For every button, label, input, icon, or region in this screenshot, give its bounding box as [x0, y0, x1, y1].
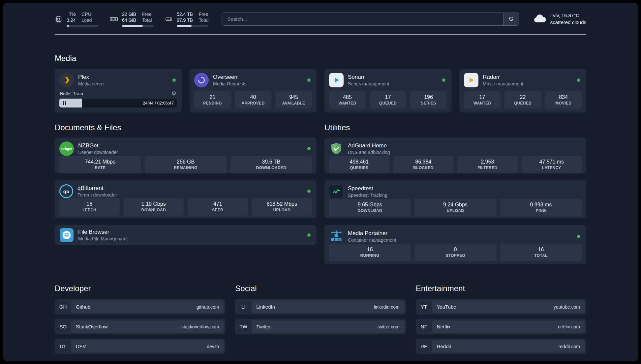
plex-icon — [59, 73, 74, 87]
bookmark-url: reddit.com — [559, 344, 580, 349]
app-card-nzbget[interactable]: nzbget NZBGet Usenet downloader 744.21 M… — [55, 137, 317, 173]
disk-free-value: 52.4 TB — [177, 11, 193, 17]
bookmark-dev[interactable]: DT DEV dev.to — [55, 339, 225, 354]
stat-available: 945 AVAILABLE — [275, 91, 312, 108]
bookmark-abbr: NF — [416, 324, 432, 329]
cpu-load-value: 3.24 — [67, 17, 76, 23]
bookmark-link[interactable]: Github github.com — [71, 301, 224, 313]
bookmark-link[interactable]: YouTube youtube.com — [432, 301, 585, 313]
status-dot — [307, 233, 311, 237]
bookmark-url: netflix.com — [558, 324, 580, 329]
cpu-load-label: Load — [81, 17, 92, 23]
bookmark-abbr: YT — [416, 304, 432, 310]
search-engine-button[interactable]: G — [503, 13, 519, 25]
bookmark-abbr: GH — [55, 304, 71, 310]
app-card-qbittorrent[interactable]: qb qBittorrent Torrent downloader 16 LEE… — [55, 180, 317, 218]
section-entertainment: Entertainment YT YouTube youtube.com NF … — [416, 284, 586, 354]
bookmark-name: Github — [76, 304, 90, 310]
weather-condition: scattered clouds — [550, 19, 586, 26]
stat-download: 1.19 Gbps DOWNLOAD — [124, 198, 184, 215]
bookmark-url: stackoverflow.com — [181, 324, 219, 329]
bookmark-stackoverflow[interactable]: SO StackOverflow stackoverflow.com — [55, 319, 225, 334]
ram-free-value: 22 GiB — [122, 11, 136, 17]
cpu-label: CPU — [81, 11, 91, 17]
app-card-sonarr[interactable]: Sonarr Series management 485 WANTED 17 Q… — [324, 69, 451, 112]
bookmark-link[interactable]: Twitter twitter.com — [252, 320, 404, 333]
stat-pending: 21 PENDING — [194, 91, 231, 108]
ram-total-value: 64 GiB — [122, 17, 136, 23]
ram-icon — [109, 15, 118, 23]
app-subtitle: Torrent downloader — [77, 192, 117, 198]
topbar-divider — [55, 34, 586, 35]
speedtest-icon — [329, 184, 344, 199]
status-dot — [577, 78, 580, 82]
bookmark-github[interactable]: GH Github github.com — [55, 299, 225, 315]
bookmark-link[interactable]: StackOverflow stackoverflow.com — [71, 320, 224, 333]
bookmark-link[interactable]: Netflix netflix.com — [432, 320, 585, 333]
section-utilities: Utilities AdGuard Home — [324, 123, 586, 264]
app-card-filebrowser[interactable]: File Browser Media File Management — [55, 225, 317, 245]
weather-widget: Lviv, 16.87°C scattered clouds — [533, 12, 586, 26]
stat-leech: 16 LEECH — [59, 198, 120, 215]
bookmark-reddit[interactable]: RE Reddit reddit.com — [416, 339, 586, 354]
app-card-adguard[interactable]: AdGuard Home DNS and adblocking 498,461 … — [324, 137, 586, 173]
stat-remaining: 266 GB REMAINING — [145, 156, 226, 173]
bookmark-netflix[interactable]: NF Netflix netflix.com — [416, 319, 586, 334]
app-name: Overseerr — [213, 74, 246, 81]
stat-stopped: 0 STOPPED — [414, 244, 496, 261]
filebrowser-icon — [59, 228, 74, 242]
app-name: Media Portainer — [348, 230, 396, 237]
app-subtitle: Media Requests — [213, 81, 246, 87]
pause-icon[interactable] — [63, 99, 66, 107]
utilities-section-title: Utilities — [324, 123, 586, 132]
bookmark-url: github.com — [197, 304, 219, 310]
cloud-icon — [533, 14, 546, 24]
social-section-title: Social — [235, 284, 406, 293]
bookmark-name: Netflix — [437, 324, 451, 329]
app-subtitle: Media File Management — [78, 236, 128, 242]
status-dot — [307, 78, 311, 82]
entertainment-section-title: Entertainment — [416, 284, 586, 293]
app-subtitle: Speedtest Tracking — [348, 192, 387, 198]
stat-wanted: 485 WANTED — [329, 91, 366, 108]
bookmark-link[interactable]: DEV dev.to — [71, 340, 224, 352]
stat-total: 16 TOTAL — [500, 244, 582, 261]
search-input[interactable] — [222, 13, 503, 25]
bookmark-twitter[interactable]: TW Twitter twitter.com — [235, 319, 406, 334]
stat-queued: 22 QUEUED — [504, 91, 541, 108]
disk-metric: 52.4 TB 97.9 TB Free Total — [165, 11, 208, 27]
bookmark-abbr: SO — [55, 324, 71, 329]
stat-download: 9.65 Gbps DOWNLOAD — [329, 199, 411, 216]
cpu-metric: 7% 3.24 CPU Load — [55, 11, 98, 27]
bookmark-linkedin[interactable]: LI LinkedIn linkedin.com — [235, 299, 406, 315]
sonarr-icon — [329, 73, 344, 87]
ram-metric: 22 GiB 64 GiB Free Total — [109, 11, 154, 27]
developer-section-title: Developer — [55, 284, 225, 293]
app-card-overseerr[interactable]: Overseerr Media Requests 21 PENDING 40 A… — [190, 69, 317, 112]
section-documents: Documents & Files nzbget NZBGet Usenet d… — [55, 123, 317, 264]
bookmark-link[interactable]: Reddit reddit.com — [432, 340, 585, 352]
bookmark-youtube[interactable]: YT YouTube youtube.com — [416, 299, 586, 315]
bookmark-name: Twitter — [256, 324, 271, 329]
gear-icon[interactable]: ⚙ — [171, 91, 176, 96]
status-dot — [307, 190, 311, 193]
app-card-radarr[interactable]: Radarr Movie management 17 WANTED 22 QUE… — [459, 69, 586, 112]
app-name: File Browser — [78, 228, 128, 236]
disk-total-label: Total — [199, 17, 209, 23]
bookmark-url: dev.to — [207, 344, 219, 349]
app-card-portainer[interactable]: Media Portainer Container management 16 … — [324, 225, 586, 264]
app-card-speedtest[interactable]: Speedtest Speedtest Tracking 9.65 Gbps D… — [324, 180, 586, 218]
bookmark-url: youtube.com — [554, 304, 580, 310]
now-playing-title: Bullet Train — [60, 91, 83, 96]
cpu-icon — [55, 15, 63, 23]
bookmark-url: linkedin.com — [374, 304, 400, 310]
media-section-title: Media — [55, 54, 586, 63]
bookmark-link[interactable]: LinkedIn linkedin.com — [252, 301, 404, 313]
playback-progress-bar[interactable]: 24:44 / 02:06:47 — [59, 99, 177, 107]
app-name: NZBGet — [78, 142, 118, 149]
app-subtitle: Usenet downloader — [78, 149, 118, 155]
app-card-plex[interactable]: Plex Media server Bullet Train ⚙ 24:44 /… — [55, 69, 182, 112]
stat-latency: 47.571 ms LATENCY — [522, 156, 582, 173]
cpu-percent: 7% — [69, 11, 76, 17]
portainer-icon — [329, 229, 344, 244]
